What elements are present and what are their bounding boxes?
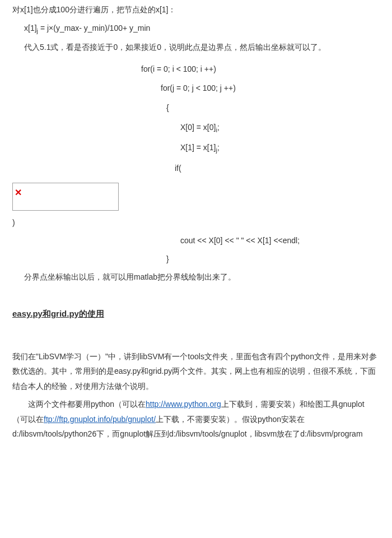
- code-text: X[0] = x[0]: [180, 123, 216, 132]
- code-if: if(: [12, 161, 380, 176]
- code-assign-x1: X[1] = x[1]j;: [12, 140, 380, 156]
- paragraph-tools-intro: 我们在"LibSVM学习（一）"中，讲到libSVM有一个tools文件夹，里面…: [12, 349, 380, 394]
- code-cout: cout << X[0] << " " << X[1] <<endl;: [12, 233, 380, 248]
- formula-expr: = j×(y_max- y_min)/100+ y_min: [38, 24, 150, 33]
- code-assign-x0: X[0] = x[0]i;: [12, 120, 380, 136]
- formula-x1j: x[1]j = j×(y_max- y_min)/100+ y_min: [12, 21, 380, 37]
- code-close-paren: ): [12, 215, 380, 230]
- code-text: ;: [217, 143, 220, 152]
- code-text: ;: [217, 123, 220, 132]
- link-gnuplot-ftp[interactable]: ftp://ftp.gnuplot.info/pub/gnuplot/: [44, 415, 156, 424]
- paragraph-x1-traverse: 对x[1]也分成100分进行遍历，把节点处的x[1]：: [12, 2, 380, 17]
- code-open-brace: {: [12, 100, 380, 115]
- code-text: X[1] = x[1]: [180, 143, 216, 152]
- code-block: for(i = 0; i < 100; i ++) for(j = 0; j <…: [12, 62, 380, 176]
- formula-var: x[1]: [24, 24, 37, 33]
- code-for-j: for(j = 0; j < 100; j ++): [12, 81, 380, 96]
- code-for-i: for(i = 0; i < 100; i ++): [12, 62, 380, 77]
- paragraph-python-gnuplot: 这两个文件都要用python（可以在http://www.python.org上…: [12, 397, 380, 442]
- broken-image-placeholder: ✕: [12, 183, 119, 211]
- broken-image-x-icon: ✕: [15, 184, 22, 201]
- paragraph-matlab: 分界点坐标输出以后，就可以用matlab把分界线绘制出来了。: [12, 270, 380, 285]
- text-segment: 这两个文件都要用python（可以在: [28, 400, 146, 409]
- code-close-brace: }: [12, 252, 380, 267]
- paragraph-substitute: 代入5.1式，看是否接近于0，如果接近0，说明此点是边界点，然后输出坐标就可以了…: [12, 40, 380, 55]
- section-heading-easy-grid: easy.py和grid.py的使用: [12, 306, 380, 322]
- link-python-org[interactable]: http://www.python.org: [146, 400, 221, 409]
